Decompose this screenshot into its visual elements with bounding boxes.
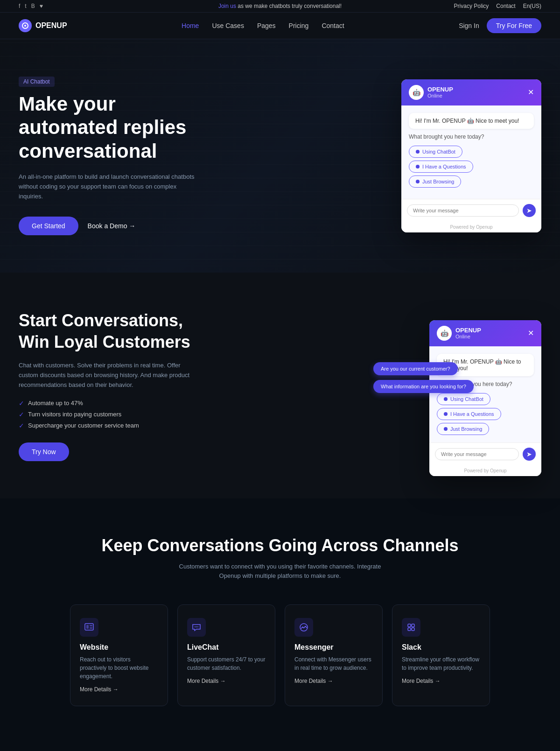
- chat-option-2-2[interactable]: Just Browsing: [437, 423, 489, 435]
- chat-option-1-0[interactable]: Using ChatBot: [409, 146, 462, 158]
- svg-rect-5: [90, 627, 92, 629]
- floating-bubble-1: Are you our current customer?: [373, 362, 458, 375]
- try-now-button[interactable]: Try Now: [19, 442, 69, 461]
- channel-desc-messenger: Connect with Messenger users in real tim…: [294, 655, 373, 672]
- nav-right: Sign In Try For Free: [459, 18, 541, 33]
- section3-title: Keep Conversations Going Across Channels: [19, 536, 541, 555]
- channel-desc-slack: Streamline your office workflow to impro…: [402, 655, 480, 672]
- nav-pricing[interactable]: Pricing: [289, 22, 309, 29]
- livechat-icon: [187, 618, 206, 637]
- join-link[interactable]: Join us: [218, 3, 236, 9]
- channel-desc-website: Reach out to visitors proactively to boo…: [80, 655, 158, 681]
- section3: Keep Conversations Going Across Channels…: [0, 498, 560, 744]
- svg-rect-10: [408, 624, 411, 627]
- chat-header-2: 🤖 OPENUP Online ✕: [429, 320, 541, 346]
- section2-content: Start Conversations, Win Loyal Customers…: [19, 310, 196, 461]
- website-icon: [80, 618, 98, 637]
- chat-header-info-1: OPENUP Online: [427, 86, 453, 98]
- chat-bot-name-1: OPENUP: [427, 86, 453, 93]
- svg-point-1: [24, 25, 26, 27]
- hero-actions: Get Started Book a Demo →: [19, 217, 196, 235]
- floating-bubble-2: What information are you looking for?: [373, 380, 474, 393]
- chat-send-button-2[interactable]: ➤: [523, 448, 536, 461]
- channel-name-slack: Slack: [402, 643, 480, 652]
- chat-widget-2: 🤖 OPENUP Online ✕ Hi! I'm Mr. OPENUP 🤖 N…: [429, 320, 541, 476]
- book-demo-link[interactable]: Book a Demo →: [88, 222, 136, 230]
- option-dot: [444, 397, 448, 401]
- channel-card-slack: Slack Streamline your office workflow to…: [392, 604, 490, 706]
- slack-icon: [402, 618, 420, 637]
- chat-question-1: What brought you here today?: [409, 133, 534, 140]
- channel-link-livechat[interactable]: More Details →: [187, 678, 266, 684]
- hero-title: Make your automated replies conversation…: [19, 92, 196, 163]
- top-bar-right: Privacy Policy Contact En(US): [454, 3, 541, 9]
- language-selector[interactable]: En(US): [523, 3, 541, 9]
- logo: OPENUP: [19, 19, 67, 32]
- dribbble-icon[interactable]: ♥: [40, 3, 43, 9]
- channel-card-website: Website Reach out to visitors proactivel…: [70, 604, 168, 706]
- hero-badge: AI Chatbot: [19, 77, 55, 87]
- svg-rect-3: [86, 625, 89, 629]
- nav-home[interactable]: Home: [182, 22, 199, 29]
- signin-link[interactable]: Sign In: [459, 22, 479, 29]
- svg-point-7: [196, 626, 197, 627]
- announcement: Join us as we make chatbots truly conver…: [218, 3, 342, 9]
- chat-input-area-2: ➤: [429, 442, 541, 465]
- option-dot: [444, 412, 448, 416]
- contact-link[interactable]: Contact: [496, 3, 515, 9]
- chat-widget2-container: Are you our current customer? What infor…: [373, 320, 541, 451]
- svg-point-6: [195, 626, 196, 627]
- chat-input-area-1: ➤: [401, 199, 541, 222]
- chat-header-left: 🤖 OPENUP Online: [409, 85, 453, 100]
- channel-link-messenger[interactable]: More Details →: [294, 678, 373, 684]
- nav-usecases[interactable]: Use Cases: [212, 22, 244, 29]
- check-icon-3: ✓: [19, 422, 24, 429]
- chat-bot-name-2: OPENUP: [455, 327, 481, 334]
- logo-icon: [19, 19, 32, 32]
- get-started-button[interactable]: Get Started: [19, 217, 78, 235]
- chat-input-1[interactable]: [407, 204, 519, 217]
- channel-card-livechat: LiveChat Support customers 24/7 to your …: [177, 604, 275, 706]
- facebook-icon[interactable]: f: [19, 3, 20, 9]
- footer-area: [0, 744, 560, 751]
- option-dot: [416, 180, 420, 183]
- navbar: OPENUP Home Use Cases Pages Pricing Cont…: [0, 13, 560, 39]
- chat-status-2: Online: [455, 334, 481, 339]
- channels-grid: Website Reach out to visitors proactivel…: [70, 604, 490, 706]
- nav-pages[interactable]: Pages: [257, 22, 276, 29]
- channel-link-website[interactable]: More Details →: [80, 686, 158, 693]
- chat-options-1: Using ChatBot I Have a Questions Just Br…: [409, 146, 534, 188]
- nav-contact[interactable]: Contact: [322, 22, 344, 29]
- social-links[interactable]: f t B ♥: [19, 3, 43, 9]
- chat-header-1: 🤖 OPENUP Online ✕: [401, 79, 541, 105]
- twitter-icon[interactable]: t: [25, 3, 26, 9]
- nav-links: Home Use Cases Pages Pricing Contact: [182, 22, 344, 29]
- feature-1: ✓ Automate up to 47%: [19, 400, 196, 407]
- chat-powered-1: Powered by Openup: [401, 222, 541, 232]
- chat-option-2-0[interactable]: Using ChatBot: [437, 393, 490, 405]
- check-icon-1: ✓: [19, 400, 24, 407]
- chat-input-2[interactable]: [435, 448, 519, 460]
- hero-section: AI Chatbot Make your automated replies c…: [0, 39, 560, 273]
- chat-close-2[interactable]: ✕: [528, 329, 534, 337]
- svg-rect-12: [408, 628, 411, 631]
- chat-option-2-1[interactable]: I Have a Questions: [437, 408, 501, 420]
- channel-link-slack[interactable]: More Details →: [402, 678, 480, 684]
- chat-close-1[interactable]: ✕: [528, 88, 534, 97]
- svg-rect-2: [85, 624, 93, 630]
- channel-name-messenger: Messenger: [294, 643, 373, 652]
- check-icon-2: ✓: [19, 411, 24, 418]
- chat-status-1: Online: [427, 93, 453, 98]
- chat-avatar-2: 🤖: [437, 326, 452, 341]
- chat-option-1-1[interactable]: I Have a Questions: [409, 161, 473, 173]
- privacy-policy-link[interactable]: Privacy Policy: [454, 3, 489, 9]
- option-dot: [416, 150, 420, 154]
- chat-option-1-2[interactable]: Just Browsing: [409, 175, 461, 188]
- section2: Start Conversations, Win Loyal Customers…: [0, 273, 560, 498]
- chat-send-button-1[interactable]: ➤: [523, 204, 536, 217]
- behance-icon[interactable]: B: [31, 3, 35, 9]
- chat-header-info-2: OPENUP Online: [455, 327, 481, 339]
- try-free-button[interactable]: Try For Free: [487, 18, 541, 33]
- section3-description: Customers want to connect with you using…: [177, 562, 383, 582]
- top-bar: f t B ♥ Join us as we make chatbots trul…: [0, 0, 560, 13]
